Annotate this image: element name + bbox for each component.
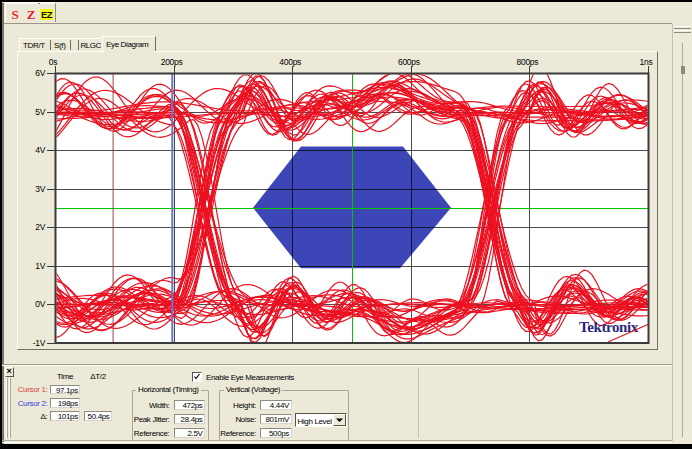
svg-text:3V: 3V (35, 184, 45, 194)
svg-text:2V: 2V (35, 222, 45, 232)
svg-text:200ps: 200ps (161, 57, 183, 67)
svg-text:1ns: 1ns (640, 57, 653, 67)
svg-text:4V: 4V (35, 145, 45, 155)
svg-text:0s: 0s (49, 57, 57, 67)
svg-text:400ps: 400ps (279, 57, 301, 67)
svg-text:600ps: 600ps (398, 57, 420, 67)
svg-text:5V: 5V (35, 107, 45, 117)
svg-text:6V: 6V (35, 68, 45, 78)
svg-text:1V: 1V (35, 261, 45, 271)
svg-text:800ps: 800ps (517, 57, 539, 67)
svg-text:-1V: -1V (33, 338, 46, 348)
svg-text:0V: 0V (35, 299, 45, 309)
